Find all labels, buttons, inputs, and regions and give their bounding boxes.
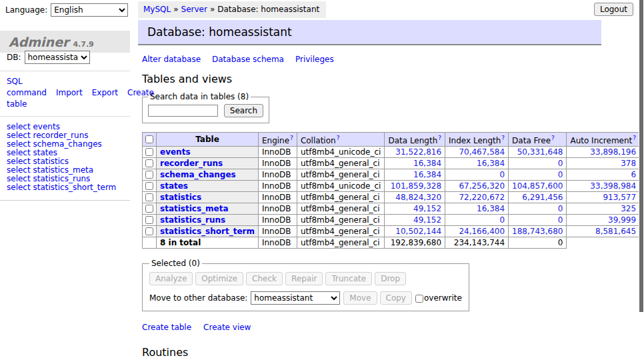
index-length-cell: 72,220,672 xyxy=(445,192,509,203)
sidebar-action-link[interactable]: SQL command xyxy=(7,77,47,97)
overwrite-label: overwrite xyxy=(424,293,462,303)
sidebar-action-link[interactable]: Import xyxy=(56,88,83,97)
index-length-cell: 67,256,320 xyxy=(445,181,509,192)
table-name-link[interactable]: statistics_runs xyxy=(160,215,225,225)
page-title: Database: homeassistant xyxy=(138,20,601,45)
row-checkbox[interactable] xyxy=(145,216,153,224)
move-database-select[interactable]: homeassistant xyxy=(251,291,340,305)
analyze-button[interactable]: Analyze xyxy=(149,272,193,285)
help-link[interactable]: ? xyxy=(290,135,293,141)
db-action-link[interactable]: Privileges xyxy=(295,55,334,64)
table-name-link[interactable]: statistics xyxy=(160,193,201,202)
auto-increment-cell: 8,581,645 xyxy=(567,226,640,237)
move-button[interactable]: Move xyxy=(343,291,377,305)
breadcrumb-link-server[interactable]: Server xyxy=(181,5,207,14)
search-fieldset: Search data in tables (8) Search xyxy=(142,92,269,123)
table-name-link[interactable]: recorder_runs xyxy=(160,159,223,168)
auto-increment-cell: 6 xyxy=(567,169,640,181)
check-button[interactable]: Check xyxy=(246,272,283,285)
data-free-cell: 188,743,680 xyxy=(509,226,567,237)
collation-cell: utf8mb4_general_ci xyxy=(297,203,385,215)
data-free-cell: 0 xyxy=(509,203,567,215)
table-row: statistics_runsInnoDButf8mb4_general_ci4… xyxy=(143,215,644,226)
create-link[interactable]: Create view xyxy=(203,323,251,332)
table-name-link[interactable]: schema_changes xyxy=(160,170,236,179)
column-header-auto-increment: Auto Increment? xyxy=(567,133,640,147)
row-checkbox[interactable] xyxy=(145,182,153,190)
data-free-cell: 0 xyxy=(509,215,567,226)
breadcrumb-separator: » xyxy=(210,5,215,14)
sidebar-select-link[interactable]: select statistics_short_term xyxy=(7,183,123,192)
copy-button[interactable]: Copy xyxy=(380,291,412,305)
help-link[interactable]: ? xyxy=(438,135,441,141)
total-data-length-cell: 192,839,680 xyxy=(385,237,445,249)
data-free-cell: 0 xyxy=(509,169,567,181)
collation-cell: utf8mb4_general_ci xyxy=(297,192,385,203)
language-label: Language: xyxy=(5,5,47,15)
help-link[interactable]: ? xyxy=(501,135,505,141)
tables-section-title: Tables and views xyxy=(142,73,639,85)
row-checkbox[interactable] xyxy=(145,193,153,201)
sidebar-action-link[interactable]: Export xyxy=(92,88,118,97)
column-header-data-length: Data Length? xyxy=(385,133,445,147)
search-button[interactable]: Search xyxy=(224,104,263,117)
optimize-button[interactable]: Optimize xyxy=(195,272,243,285)
table-name-link[interactable]: statistics_short_term xyxy=(160,227,255,236)
sidebar: DB:homeassistant SQL commandImportExport… xyxy=(0,47,130,201)
db-selector-row: DB:homeassistant xyxy=(0,47,130,71)
move-label: Move to other database: xyxy=(149,293,247,303)
data-length-cell: 101,859,328 xyxy=(385,181,445,192)
overwrite-checkbox[interactable] xyxy=(415,295,423,303)
language-select[interactable]: English xyxy=(51,3,128,17)
db-action-link[interactable]: Alter database xyxy=(142,55,201,64)
row-select-cell xyxy=(143,215,157,226)
data-free-cell: 0 xyxy=(509,158,567,169)
scrollbar-thumb[interactable] xyxy=(639,0,643,312)
breadcrumb-separator: » xyxy=(173,5,178,14)
help-link[interactable]: ? xyxy=(337,135,340,141)
row-checkbox[interactable] xyxy=(145,205,153,213)
drop-button[interactable]: Drop xyxy=(375,272,406,285)
table-row: statesInnoDButf8mb4_unicode_ci101,859,32… xyxy=(143,181,644,192)
engine-cell: InnoDB xyxy=(258,181,297,192)
help-link[interactable]: ? xyxy=(633,135,636,141)
truncate-button[interactable]: Truncate xyxy=(325,272,372,285)
index-length-cell: 16,384 xyxy=(445,158,509,169)
row-checkbox[interactable] xyxy=(145,159,153,167)
collation-cell: utf8mb4_general_ci xyxy=(297,158,385,169)
engine-cell: InnoDB xyxy=(258,203,297,215)
index-length-cell: 0 xyxy=(445,215,509,226)
breadcrumb-link-mysql[interactable]: MySQL xyxy=(143,5,171,14)
db-action-link[interactable]: Database schema xyxy=(212,55,284,64)
engine-cell: InnoDB xyxy=(258,147,297,158)
column-header-table: Table xyxy=(157,133,259,147)
db-select[interactable]: homeassistant xyxy=(25,51,90,64)
table-name-cell: recorder_runs xyxy=(157,158,259,169)
logout-button[interactable]: Logout xyxy=(594,3,633,16)
row-checkbox[interactable] xyxy=(145,227,153,235)
row-select-cell xyxy=(143,192,157,203)
row-select-cell xyxy=(143,147,157,158)
row-checkbox[interactable] xyxy=(145,171,153,179)
vertical-scrollbar[interactable] xyxy=(639,0,644,362)
language-form: Language:English xyxy=(5,3,128,17)
search-input[interactable] xyxy=(148,105,218,117)
table-name-cell: states xyxy=(157,181,259,192)
row-checkbox[interactable] xyxy=(145,148,153,156)
total-index-length-cell: 234,143,744 xyxy=(445,237,509,249)
select-all-checkbox[interactable] xyxy=(145,135,153,143)
engine-cell: InnoDB xyxy=(258,169,297,181)
search-legend: Search data in tables (8) xyxy=(148,92,251,101)
repair-button[interactable]: Repair xyxy=(285,272,323,285)
help-link[interactable]: ? xyxy=(551,135,555,141)
table-name-link[interactable]: statistics_meta xyxy=(160,204,229,213)
table-name-cell: statistics xyxy=(157,192,259,203)
table-name-link[interactable]: states xyxy=(160,181,188,191)
create-link[interactable]: Create table xyxy=(142,323,191,332)
collation-cell: utf8mb4_unicode_ci xyxy=(297,181,385,192)
row-select-cell xyxy=(143,181,157,192)
table-name-link[interactable]: events xyxy=(160,147,191,157)
db-links: Alter databaseDatabase schemaPrivileges xyxy=(142,55,639,64)
create-links: Create tableCreate view xyxy=(142,323,639,332)
engine-cell: InnoDB xyxy=(258,192,297,203)
